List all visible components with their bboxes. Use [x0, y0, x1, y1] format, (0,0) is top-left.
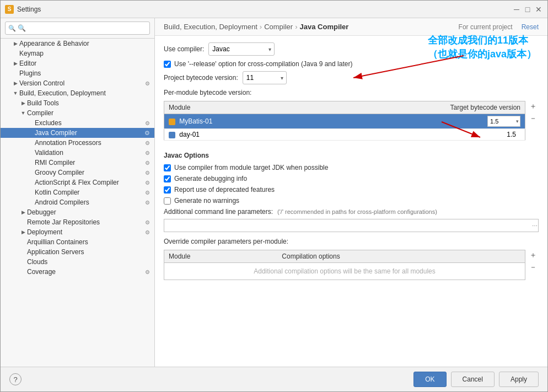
sidebar-item-validation[interactable]: Validation ⚙ [1, 148, 154, 158]
expand-icon[interactable]: ⋯ [532, 223, 538, 229]
sidebar-item-groovy-compiler[interactable]: Groovy Compiler ⚙ [1, 168, 154, 178]
module-version-select[interactable]: 1.5 [487, 116, 520, 127]
gear-icon: ⚙ [145, 190, 150, 196]
bytecode-version-select[interactable]: 11 [243, 71, 287, 84]
sidebar-item-compiler[interactable]: ▼ Compiler [1, 108, 154, 118]
javac-option1-checkbox[interactable] [164, 164, 171, 171]
override-section-title: Override compiler parameters per-module: [164, 238, 539, 245]
spacer [27, 139, 35, 147]
sidebar-item-build-execution[interactable]: ▼ Build, Execution, Deployment [1, 88, 154, 98]
sidebar-item-excludes[interactable]: Excludes ⚙ [1, 118, 154, 128]
module-version-cell: 1.5 [308, 114, 525, 129]
sidebar-item-label: Validation [35, 149, 145, 157]
params-input-wrapper: ⋯ [164, 219, 539, 232]
bytecode-version-row: Project bytecode version: 11 [164, 71, 539, 84]
maximize-button[interactable]: □ [523, 5, 532, 14]
additional-params-input[interactable] [164, 219, 539, 232]
breadcrumb-part2: Compiler [264, 23, 293, 31]
javac-option4-checkbox[interactable] [164, 197, 171, 205]
expand-icon: ▶ [12, 60, 19, 67]
override-action-buttons: ＋ － [528, 250, 539, 273]
version-select-row: 1.5 [313, 116, 520, 127]
expand-icon: ▶ [12, 40, 19, 47]
search-input[interactable] [5, 22, 150, 35]
release-option-checkbox[interactable] [164, 61, 171, 68]
help-button[interactable]: ? [9, 373, 22, 385]
sidebar-item-remote-jar[interactable]: Remote Jar Repositories ⚙ [1, 217, 154, 227]
panel-body: Use compiler: Javac Use '--release' opti… [155, 36, 547, 367]
module-version-value: 1.5 [507, 131, 516, 138]
search-wrapper: 🔍 [5, 22, 150, 35]
expand-icon: ▶ [19, 99, 27, 107]
javac-option2-row: Generate debugging info [164, 175, 539, 182]
ok-button[interactable]: OK [413, 372, 446, 387]
add-module-button[interactable]: ＋ [528, 101, 539, 112]
gear-icon: ⚙ [145, 269, 150, 275]
reset-link[interactable]: Reset [522, 23, 539, 31]
panel-header: Build, Execution, Deployment › Compiler … [155, 18, 547, 36]
sidebar-item-version-control[interactable]: ▶ Version Control ⚙ [1, 78, 154, 88]
search-box: 🔍 [1, 18, 154, 39]
spacer [12, 50, 19, 57]
use-compiler-label: Use compiler: [164, 45, 204, 53]
sidebar-item-label: Java Compiler [35, 129, 144, 137]
javac-option1-label: Use compiler from module target JDK when… [174, 164, 328, 171]
javac-option3-checkbox[interactable] [164, 186, 171, 194]
sidebar-item-label: Deployment [27, 228, 145, 236]
sidebar: 🔍 ▶ Appearance & Behavior Keymap ▶ Edito… [1, 18, 155, 367]
add-override-button[interactable]: ＋ [528, 250, 539, 261]
sidebar-item-actionscript-compiler[interactable]: ActionScript & Flex Compiler ⚙ [1, 178, 154, 187]
sidebar-item-coverage[interactable]: Coverage ⚙ [1, 267, 154, 277]
remove-module-button[interactable]: － [528, 113, 539, 124]
remove-override-button[interactable]: － [528, 262, 539, 273]
breadcrumb-part1: Build, Execution, Deployment [164, 23, 257, 31]
sidebar-item-arquillian[interactable]: Arquillian Containers [1, 237, 154, 247]
sidebar-item-annotation-processors[interactable]: Annotation Processors ⚙ [1, 138, 154, 148]
override-table: Module Compilation options Additional co… [164, 250, 525, 280]
app-icon: S [5, 5, 14, 14]
per-module-label: Per-module bytecode version: [164, 89, 539, 96]
minimize-button[interactable]: ─ [512, 5, 521, 14]
javac-option2-checkbox[interactable] [164, 175, 171, 182]
panel-actions: For current project Reset [459, 23, 539, 31]
javac-option3-row: Report use of deprecated features [164, 186, 539, 194]
javac-option3-label: Report use of deprecated features [174, 186, 275, 194]
expand-icon: ▶ [19, 208, 27, 216]
title-bar: S Settings ─ □ ✕ [1, 1, 547, 18]
sidebar-item-deployment[interactable]: ▶ Deployment ⚙ [1, 227, 154, 237]
module-table: Module Target bytecode version MyBatis-0… [164, 101, 525, 141]
apply-button[interactable]: Apply [499, 372, 539, 387]
sidebar-item-plugins[interactable]: Plugins [1, 68, 154, 78]
cancel-button[interactable]: Cancel [451, 372, 495, 387]
sidebar-item-rmi-compiler[interactable]: RMI Compiler ⚙ [1, 158, 154, 168]
sidebar-item-kotlin-compiler[interactable]: Kotlin Compiler ⚙ [1, 187, 154, 197]
table-row[interactable]: MyBatis-01 1.5 [164, 114, 525, 129]
sidebar-item-label: Keymap [19, 50, 150, 57]
sidebar-item-label: Clouds [27, 258, 150, 266]
sidebar-item-label: Build, Execution, Deployment [19, 89, 150, 97]
sidebar-item-editor[interactable]: ▶ Editor [1, 58, 154, 68]
sidebar-item-build-tools[interactable]: ▶ Build Tools [1, 98, 154, 108]
table-row[interactable]: day-01 1.5 [164, 129, 525, 141]
sidebar-item-appearance[interactable]: ▶ Appearance & Behavior [1, 39, 154, 49]
sidebar-item-android-compilers[interactable]: Android Compilers ⚙ [1, 197, 154, 207]
additional-params-label: Additional command line parameters: [164, 208, 273, 216]
sidebar-item-label: Version Control [19, 79, 145, 87]
gear-icon: ⚙ [145, 140, 150, 146]
use-compiler-select[interactable]: Javac [208, 42, 275, 56]
override-table-wrapper: Module Compilation options Additional co… [164, 250, 525, 280]
sidebar-item-app-servers[interactable]: Application Servers [1, 247, 154, 257]
sidebar-item-label: Application Servers [27, 248, 150, 256]
close-button[interactable]: ✕ [534, 5, 543, 14]
sidebar-item-clouds[interactable]: Clouds [1, 257, 154, 267]
sidebar-item-java-compiler[interactable]: Java Compiler ⚙ [1, 128, 154, 138]
breadcrumb-sep2: › [295, 23, 297, 31]
javac-option4-row: Generate no warnings [164, 197, 539, 205]
sidebar-item-label: Coverage [27, 268, 145, 276]
sidebar-item-label: Plugins [19, 69, 150, 77]
sidebar-item-label: RMI Compiler [35, 159, 145, 167]
for-project-text: For current project [459, 23, 513, 31]
spacer [27, 129, 35, 137]
sidebar-item-debugger[interactable]: ▶ Debugger [1, 207, 154, 217]
sidebar-item-keymap[interactable]: Keymap [1, 49, 154, 58]
